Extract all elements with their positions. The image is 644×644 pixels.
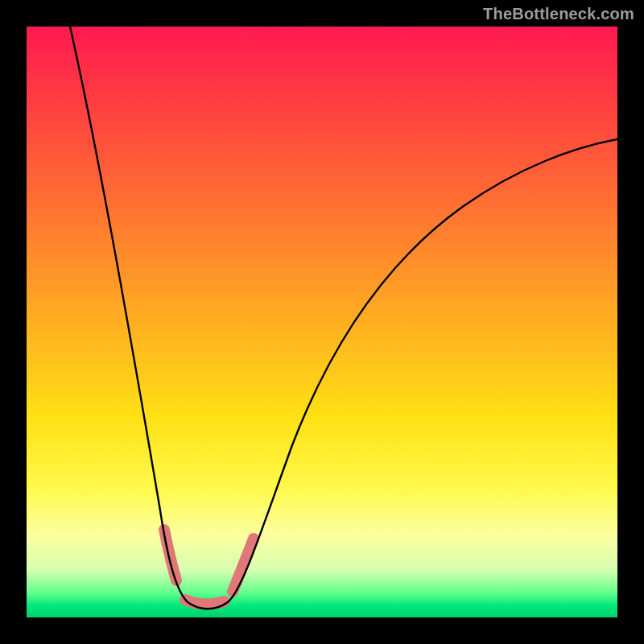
highlight-right	[233, 539, 254, 592]
curve-path	[70, 27, 617, 609]
bottleneck-curve	[27, 27, 617, 617]
watermark-text: TheBottleneck.com	[483, 5, 634, 23]
plot-area	[27, 27, 617, 617]
highlight-left	[164, 530, 176, 580]
chart-frame: TheBottleneck.com	[0, 0, 644, 644]
